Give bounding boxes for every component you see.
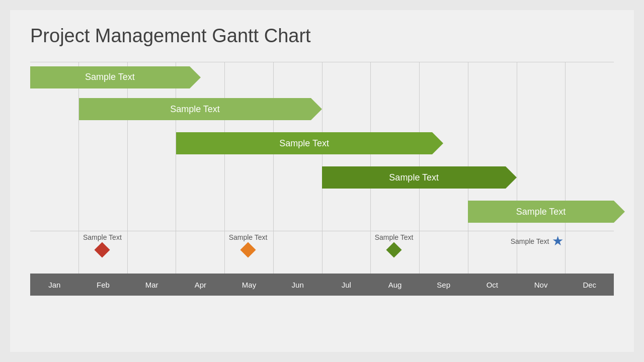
bar-row-4: Sample Text bbox=[30, 162, 614, 195]
milestone-4: Sample Text ★ bbox=[511, 233, 564, 249]
gantt-bar-5: Sample Text bbox=[468, 201, 614, 223]
milestones-row: Sample Text Sample Text Sample Text Samp… bbox=[30, 231, 614, 274]
milestone-diamond-orange bbox=[240, 242, 256, 257]
gantt-bar-1: Sample Text bbox=[30, 66, 190, 88]
milestone-label-1: Sample Text bbox=[83, 233, 122, 241]
bar-row-2: Sample Text bbox=[30, 94, 614, 126]
month-feb: Feb bbox=[79, 281, 128, 289]
timeline-bar: Jan Feb Mar Apr May Jun Jul Aug Sep Oct … bbox=[30, 274, 614, 296]
month-sep: Sep bbox=[419, 281, 468, 289]
milestone-2: Sample Text bbox=[229, 233, 268, 255]
month-jan: Jan bbox=[30, 281, 79, 289]
month-dec: Dec bbox=[565, 281, 614, 289]
gantt-bar-2: Sample Text bbox=[79, 98, 311, 120]
milestone-3: Sample Text bbox=[375, 233, 414, 255]
milestone-label-3: Sample Text bbox=[375, 233, 414, 241]
gantt-bar-3: Sample Text bbox=[176, 132, 432, 154]
slide: Project Management Gantt Chart bbox=[10, 10, 634, 352]
milestone-diamond-green bbox=[386, 242, 401, 257]
milestone-star: ★ bbox=[552, 233, 564, 249]
chart-wrapper: Sample Text Sample Text bbox=[30, 62, 614, 296]
month-jul: Jul bbox=[322, 281, 371, 289]
month-mar: Mar bbox=[127, 281, 176, 289]
month-jun: Jun bbox=[273, 281, 322, 289]
month-apr: Apr bbox=[176, 281, 225, 289]
bar-row-1: Sample Text bbox=[30, 62, 614, 92]
milestone-1: Sample Text bbox=[83, 233, 122, 255]
bar-row-5: Sample Text bbox=[30, 197, 614, 229]
bar-row-3: Sample Text bbox=[30, 128, 614, 160]
gantt-bar-4: Sample Text bbox=[322, 166, 506, 189]
month-aug: Aug bbox=[371, 281, 420, 289]
chart-title: Project Management Gantt Chart bbox=[30, 25, 614, 47]
milestone-label-4: Sample Text bbox=[511, 237, 549, 245]
month-nov: Nov bbox=[517, 281, 566, 289]
month-may: May bbox=[225, 281, 274, 289]
milestone-diamond-red bbox=[95, 242, 110, 257]
month-oct: Oct bbox=[468, 281, 517, 289]
milestone-label-2: Sample Text bbox=[229, 233, 268, 241]
